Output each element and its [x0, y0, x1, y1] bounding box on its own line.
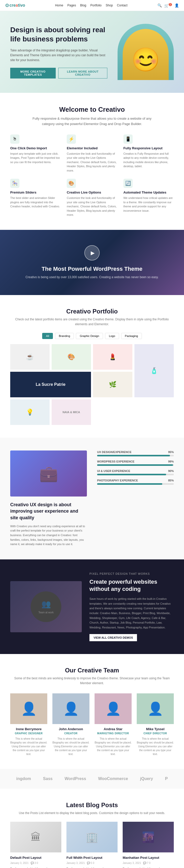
skill-fill: [97, 483, 162, 485]
portfolio-filter-btn[interactable]: Packaging: [121, 333, 142, 339]
welcome-subtitle: Fully responsive & multipurpose theme th…: [28, 116, 156, 127]
feature-desc: Import any template with just one click.…: [10, 152, 61, 164]
portfolio-item[interactable]: 💡: [10, 399, 50, 425]
logo-item: P: [165, 776, 168, 781]
blog-card: 🏛 Default Post Layout January 3, 2021 💬 …: [10, 822, 61, 868]
team-desc: This is where the actual Biography sec s…: [95, 737, 132, 756]
play-button[interactable]: [84, 245, 100, 260]
feature-item: 🎠 Premium Sliders The best slider and an…: [10, 179, 61, 217]
team-photo: 👤: [95, 693, 132, 724]
dark-coding-section: 👥 Team at work Pixel Perfect design that…: [0, 559, 184, 654]
dark-title: Create powerful websites without any cod…: [89, 578, 174, 593]
nav-home[interactable]: Home: [55, 4, 63, 7]
blog-title: Manhattan Post Layout: [123, 856, 174, 860]
hero-image-wrapper: 😊: [118, 24, 174, 80]
nav-portfolio[interactable]: Portfolio: [90, 4, 102, 7]
feature-icon: 🔄: [123, 179, 133, 188]
portfolio-section: Creativo Portfolio Check out the latest …: [0, 295, 184, 438]
skill-label: PHOTOGRAPHY EXPERIENCE 85%: [97, 479, 174, 482]
feature-title: Premium Sliders: [10, 190, 61, 194]
team-desc: This is where the actual Biography sec s…: [137, 737, 174, 756]
blog-title: Default Post Layout: [10, 856, 61, 860]
hero-title: Design is about solving real life busine…: [10, 25, 107, 44]
nav-icons: 🔍 🛒2 👤: [157, 3, 179, 8]
logo-item: jQuery: [140, 776, 153, 781]
blog-title: Latest Blog Posts: [10, 802, 174, 809]
skill-label: UI & USER EXPERIENCE 90%: [97, 469, 174, 472]
team-member: 👤 Andrea Star MARKETING DIRECTOR This is…: [95, 693, 132, 756]
skill-item: UX DESIGN/EXPERIENCE 95%: [97, 451, 174, 456]
blog-title: Full Width Post Layout: [66, 856, 118, 860]
feature-item: ⚡ Elementor Included Customize the look …: [67, 134, 117, 173]
search-icon[interactable]: 🔍: [157, 3, 162, 7]
blog-image[interactable]: 🏛: [10, 822, 61, 852]
team-role: CREATOR: [52, 732, 89, 735]
team-role: MARKETING DIRECTOR: [95, 732, 132, 735]
skill-fill: [97, 464, 173, 466]
feature-desc: Customize the look and functionality of …: [67, 152, 117, 173]
skill-label: UX DESIGN/EXPERIENCE 95%: [97, 451, 174, 454]
portfolio-filter-btn[interactable]: All: [42, 333, 53, 339]
hero-primary-btn[interactable]: MORE CREATIVO TEMPLATES: [10, 68, 56, 79]
blog-image[interactable]: 🌆: [123, 822, 174, 852]
team-member: 👤 Mike Tyssel CHIEF DIRECTOR This is whe…: [137, 693, 174, 756]
dark-cta-btn[interactable]: View all Creativo Demos: [89, 634, 137, 641]
blog-meta: January 3, 2021 💬 7 0: [123, 862, 174, 864]
team-subtitle: Some of the best minds are working tirel…: [10, 676, 174, 686]
team-name: Irene Berrymore: [10, 727, 47, 731]
nav-links: Home Pages Blog Portfolio Shop Contact: [55, 4, 127, 7]
portfolio-filter-btn[interactable]: Graphic Design: [76, 333, 103, 339]
portfolio-filter-btn[interactable]: Logo: [105, 333, 119, 339]
nav-contact[interactable]: Contact: [117, 4, 127, 7]
logo-text: creativo: [9, 3, 25, 8]
skill-bar: [97, 464, 174, 466]
portfolio-filter-btn[interactable]: Branding: [55, 333, 74, 339]
blog-image[interactable]: 🏢: [66, 822, 118, 852]
feature-item: 🎨 Creativo Live Options Customize the lo…: [67, 179, 117, 217]
portfolio-item[interactable]: 🎨: [52, 344, 91, 370]
nav-logo[interactable]: ⊙ creativo: [5, 3, 25, 8]
user-icon[interactable]: 👤: [175, 3, 179, 7]
portfolio-item[interactable]: 🌿: [93, 372, 132, 397]
features-grid: 🖱 One Click Demo Import Import any templ…: [10, 134, 174, 217]
feature-title: Automated Theme Updates: [123, 190, 174, 194]
hero-secondary-btn[interactable]: LEARN MORE ABOUT CREATIVO: [58, 68, 107, 79]
feature-icon: 📱: [123, 134, 133, 144]
team-section: Our Creative Team Some of the best minds…: [0, 654, 184, 769]
team-name: Andrea Star: [95, 727, 132, 731]
feature-title: One Click Demo Import: [10, 146, 61, 150]
nav-pages[interactable]: Pages: [67, 4, 76, 7]
portfolio-item[interactable]: ☕: [10, 344, 50, 370]
portfolio-item[interactable]: 🧴: [134, 344, 174, 397]
feature-title: Elementor Included: [67, 146, 117, 150]
feature-desc: We understand how critical updates are t…: [123, 196, 174, 213]
portfolio-item[interactable]: 💄: [93, 344, 132, 370]
team-member: 👤 John Anderson CREATOR This is where th…: [52, 693, 89, 756]
team-desc: This is where the actual Biography sec s…: [52, 737, 89, 756]
skills-section: 💼 Creativo UX design is about improving …: [0, 438, 184, 559]
logo-item: Sass: [43, 776, 52, 781]
dark-description: Save hours of work by getting started wi…: [89, 596, 174, 630]
skill-item: PHOTOGRAPHY EXPERIENCE 85%: [97, 479, 174, 485]
skill-bar: [97, 455, 174, 456]
skills-bars: UX DESIGN/EXPERIENCE 95% WORDPRESS EXPER…: [97, 451, 174, 547]
team-name: John Anderson: [52, 727, 89, 731]
nav-shop[interactable]: Shop: [106, 4, 113, 7]
nav-blog[interactable]: Blog: [80, 4, 86, 7]
portfolio-item[interactable]: La Sucre Patrie: [10, 372, 91, 397]
blog-section: Latest Blog Posts Use the Posts List ele…: [0, 789, 184, 868]
feature-desc: The best slider and animation Slider plu…: [10, 196, 61, 209]
portfolio-item[interactable]: NAIA & MICA: [52, 399, 91, 425]
logos-section: ingdomSassWordPressWooCommercejQueryP: [0, 769, 184, 789]
hero-section: Design is about solving real life busine…: [0, 11, 184, 93]
video-section: The Most Powerful WordPress Theme Creati…: [0, 230, 184, 295]
skill-item: WORDPRESS EXPERIENCE 99%: [97, 460, 174, 466]
video-description: Creativo is being used by over 13,000 sa…: [10, 275, 174, 280]
logo-item: WooCommerce: [98, 776, 128, 781]
dark-content: Pixel Perfect design that works Create p…: [89, 572, 174, 641]
skills-left: 💼 Creativo UX design is about improving …: [10, 451, 87, 547]
blog-card: 🏢 Full Width Post Layout January 3, 2021…: [66, 822, 118, 868]
feature-desc: Customize the look and functionality of …: [67, 196, 117, 217]
welcome-section: Welcome to Creativo Fully responsive & m…: [0, 93, 184, 230]
cart-icon[interactable]: 🛒2: [164, 3, 172, 8]
